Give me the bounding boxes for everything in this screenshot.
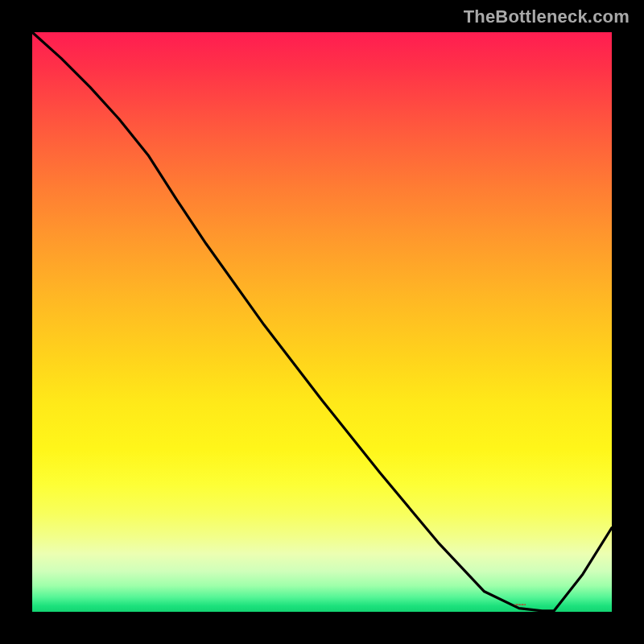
- chart-line: [32, 32, 612, 611]
- chart-frame: TheBottleneck.com ··········: [0, 0, 644, 644]
- flat-segment-label: ··········: [514, 600, 526, 609]
- chart-line-layer: [32, 32, 612, 612]
- plot-area: ··········: [32, 32, 612, 612]
- watermark-text: TheBottleneck.com: [464, 6, 630, 27]
